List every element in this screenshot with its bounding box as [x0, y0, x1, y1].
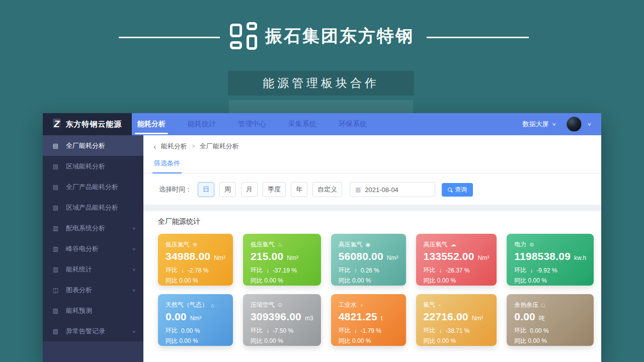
breadcrumb-separator: > [192, 143, 195, 150]
card-unit: Nm³ [287, 254, 298, 261]
filter-panel: ‹ 能耗分析 > 全厂能耗分析 筛选条件 选择时间： 日 周 月 季度 年 自定… [143, 135, 601, 205]
chevron-down-icon: ∨ [132, 226, 136, 230]
card-unit: t [381, 315, 382, 322]
sidebar-item-plant-energy-analysis[interactable]: ▤ 全厂能耗分析 [43, 135, 143, 156]
dashboard-window: Z 东方特钢云能源 能耗分析 能耗统计 管理中心 采集系统 环保系统 数据大屏 … [43, 113, 601, 362]
date-picker-input[interactable]: ▦ 2021-08-04 [350, 182, 435, 197]
energy-card-electricity: 电力⊜ 1198538.09kw.h 环比↓-9.92 % 同比 0.00 % [507, 234, 594, 286]
filter-tabbar: 筛选条件 [143, 158, 601, 173]
arrow-down-icon: ↓ [266, 267, 269, 274]
time-option-month[interactable]: 月 [241, 182, 258, 197]
section-banner: 能源管理板块合作 [228, 71, 414, 96]
breadcrumb-current: 全厂能耗分析 [200, 142, 239, 151]
energy-card-waste-heat-pressure: 余热余压□ 0.00吨 环比0.00 % 同比 0.00 % [507, 294, 594, 346]
time-option-quarter[interactable]: 季度 [263, 182, 286, 197]
card-unit: Nm³ [478, 254, 490, 261]
card-value: 309396.00 [251, 311, 301, 323]
sidebar-item-peak-valley-power[interactable]: ▥ 峰谷电分析 ∨ [43, 238, 143, 259]
forecast-icon: ▧ [52, 307, 59, 314]
arrow-down-icon: ↓ [181, 267, 184, 274]
arrow-down-icon: ↓ [439, 267, 442, 274]
sidebar-item-region-product-energy[interactable]: ▤ 区域产品能耗分析 [43, 197, 143, 218]
chevron-down-icon: ∨ [132, 288, 136, 292]
gauge-icon: ▤ [52, 204, 59, 211]
gauge-icon: ▤ [52, 184, 59, 191]
energy-card-low-pressure-nitrogen: 低压氮气⊕ 34988.00Nm³ 环比↓-2.78 % 同比 0.00 % [158, 234, 233, 286]
search-icon [448, 188, 452, 192]
chart-icon: ◫ [52, 287, 59, 294]
nitrogen-icon: ◉ [366, 241, 371, 248]
sidebar: ▤ 全厂能耗分析 ▤ 区域能耗分析 ▤ 全厂产品能耗分析 ▤ 区域产品能耗分析 … [43, 135, 143, 362]
chevron-down-icon: ∨ [132, 246, 136, 251]
app-brand: Z 东方特钢云能源 [43, 113, 132, 135]
alarm-icon: ▧ [52, 328, 59, 335]
energy-card-high-pressure-oxygen: 高压氧气☁ 133552.00Nm³ 环比↓-26.37 % 同比 0.00 % [416, 234, 497, 286]
user-avatar[interactable] [567, 117, 582, 132]
gauge-icon: ▤ [52, 142, 59, 149]
data-screen-link[interactable]: 数据大屏 ∨ [523, 120, 556, 129]
arrow-down-icon: ↓ [439, 327, 442, 334]
top-nav: 能耗分析 能耗统计 管理中心 采集系统 环保系统 数据大屏 ∨ ∨ [132, 113, 601, 135]
time-option-week[interactable]: 周 [219, 182, 236, 197]
sidebar-item-alarm-records[interactable]: ▧ 异常告警记录 ∨ [43, 321, 143, 341]
sidebar-item-plant-product-energy[interactable]: ▤ 全厂产品能耗分析 [43, 176, 143, 197]
sidebar-item-power-distribution[interactable]: ▥ 配电系统分析 ∨ [43, 218, 143, 238]
card-value: 0.00 [166, 311, 187, 323]
back-arrow-icon[interactable]: ‹ [153, 143, 156, 150]
gas-icon: ⌂ [211, 302, 214, 308]
card-value: 56080.00 [339, 250, 383, 262]
list-icon: ▥ [52, 225, 59, 232]
nav-tab-collection-system[interactable]: 采集系统 [288, 113, 316, 135]
oxygen-icon: ☁ [451, 241, 456, 248]
sidebar-item-energy-forecast[interactable]: ▧ 能耗预测 [43, 300, 143, 321]
card-unit: Nm³ [387, 254, 398, 261]
query-button[interactable]: 查询 [442, 183, 473, 197]
air-drop-icon: ⊙ [278, 302, 282, 308]
sidebar-item-region-energy-analysis[interactable]: ▤ 区域能耗分析 [43, 156, 143, 176]
chevron-down-icon: ∨ [132, 267, 136, 272]
card-unit: 吨 [539, 314, 545, 323]
chevron-down-icon[interactable]: ∨ [587, 122, 592, 127]
stats-section-title: 全厂能源统计 [158, 217, 587, 226]
tab-filter-conditions[interactable]: 筛选条件 [152, 159, 182, 173]
energy-card-low-pressure-argon: 低压氩气♨ 215.00Nm³ 环比↓-37.19 % 同比 0.00 % [243, 234, 321, 286]
card-unit: Nm³ [190, 315, 202, 322]
nav-tab-energy-stats[interactable]: 能耗统计 [188, 113, 216, 135]
energy-card-argon: 氩气▫ 22716.00Nm³ 环比↓-38.71 % 同比 0.00 % [416, 294, 497, 346]
card-unit: m3 [305, 315, 313, 322]
banner-text: 能源管理板块合作 [263, 75, 379, 91]
argon-icon: ▫ [439, 302, 441, 308]
card-value: 215.00 [251, 250, 283, 262]
card-unit: Nm³ [214, 254, 225, 261]
date-value: 2021-08-04 [365, 186, 398, 194]
energy-card-industrial-water: 工业水♀ 4821.25t 环比↓-1.79 % 同比 0.00 % [331, 294, 406, 346]
nav-tab-environment-system[interactable]: 环保系统 [339, 113, 367, 135]
arrow-up-icon: ↑ [354, 267, 357, 274]
time-option-day[interactable]: 日 [198, 182, 214, 197]
gauge-icon: ▤ [52, 163, 59, 170]
nav-tab-management-center[interactable]: 管理中心 [238, 113, 266, 135]
arrow-down-icon: ↓ [266, 327, 269, 334]
nav-tab-energy-analysis[interactable]: 能耗分析 [137, 113, 166, 135]
breadcrumb-parent[interactable]: 能耗分析 [161, 142, 187, 151]
time-filter-row: 选择时间： 日 周 月 季度 年 自定义 ▦ 2021-08-04 查询 [143, 173, 601, 197]
sidebar-menu: ▤ 全厂能耗分析 ▤ 区域能耗分析 ▤ 全厂产品能耗分析 ▤ 区域产品能耗分析 … [43, 135, 143, 341]
time-option-year[interactable]: 年 [291, 182, 307, 197]
stats-panel: 全厂能源统计 低压氮气⊕ 34988.00Nm³ 环比↓-2.78 % 同比 0… [143, 211, 601, 362]
sidebar-item-chart-analysis[interactable]: ◫ 图表分析 ∨ [43, 280, 143, 300]
time-select-label: 选择时间： [159, 185, 192, 194]
calendar-icon: ▦ [355, 186, 361, 193]
hero-title: 振石集团东方特钢 [0, 22, 644, 50]
time-option-custom[interactable]: 自定义 [312, 182, 342, 197]
list-icon: ▥ [52, 266, 59, 273]
topbar-right: 数据大屏 ∨ ∨ [523, 117, 601, 132]
main-content: ‹ 能耗分析 > 全厂能耗分析 筛选条件 选择时间： 日 周 月 季度 年 自定… [143, 135, 601, 362]
arrow-down-icon: ↓ [354, 327, 357, 334]
card-value: 34988.00 [166, 250, 210, 262]
sidebar-item-energy-stats[interactable]: ▥ 能耗统计 ∨ [43, 259, 143, 280]
card-value: 4821.25 [339, 311, 377, 323]
list-icon: ▥ [52, 245, 59, 252]
banner-reflection [229, 100, 413, 113]
brand-logo-icon: Z [53, 119, 61, 130]
card-value: 22716.00 [424, 311, 468, 323]
